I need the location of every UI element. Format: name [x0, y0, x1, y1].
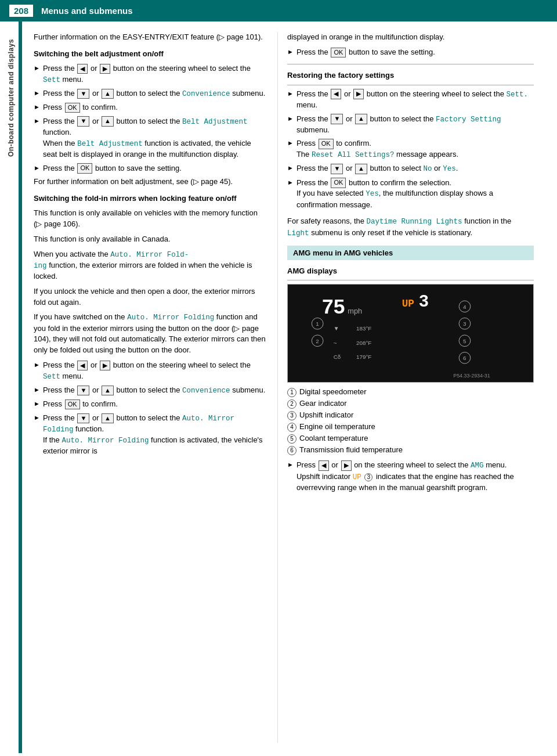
left-column: Further information on the EASY-ENTRY/EX… — [22, 32, 277, 743]
arrow-icon: ► — [287, 114, 294, 136]
svg-text:3: 3 — [419, 291, 428, 310]
page-number: 208 — [9, 5, 33, 17]
section2-body2: This function is only available in Canad… — [34, 234, 267, 245]
bullet-text: Press ◀ or ▶ on the steering wheel to se… — [296, 460, 534, 493]
down-btn: ▼ — [77, 89, 89, 99]
bullet-text: Press the OK button to confirm the selec… — [296, 178, 534, 211]
right-column: displayed in orange in the multifunction… — [277, 32, 544, 743]
caption-item: 2 Gear indicator — [287, 399, 534, 409]
left-btn: ◀ — [77, 361, 88, 370]
bullet-text: Press the ▼ or ▲ button to select the Co… — [43, 385, 267, 396]
up-btn: ▲ — [102, 116, 114, 126]
arrow-icon: ► — [287, 460, 294, 493]
list-item: ► Press OK to confirm. — [34, 102, 267, 113]
svg-text:179°F: 179°F — [356, 354, 371, 361]
arrow-icon: ► — [287, 164, 294, 174]
section3-title: Restoring the factory settings — [287, 70, 534, 81]
up-btn: ▲ — [355, 164, 367, 174]
bullet-text: Press the ▼ or ▲ button to select the Au… — [43, 413, 267, 457]
section2-body1: This function is only available on vehic… — [34, 208, 267, 230]
list-item: ► Press the ▼ or ▲ button to select the … — [34, 88, 267, 99]
bullet-text: Press the OK button to save the setting. — [43, 163, 267, 174]
svg-text:183°F: 183°F — [356, 326, 371, 332]
caption-item: 4 Engine oil temperature — [287, 422, 534, 432]
svg-text:1: 1 — [316, 321, 319, 327]
arrow-icon: ► — [287, 139, 294, 160]
right-body1: displayed in orange in the multifunction… — [287, 32, 534, 43]
list-item: ► Press the ◀ or ▶ button on the steerin… — [34, 360, 267, 382]
caption-text: Transmission fluid temperature — [299, 445, 403, 454]
caption-num: 3 — [287, 411, 296, 420]
amg-display-image: 75 mph UP 3 1 4 183°F 208°F 179°F — [287, 284, 534, 383]
arrow-icon: ► — [34, 64, 40, 85]
caption-num: 4 — [287, 423, 296, 432]
amg-display-svg: 75 mph UP 3 1 4 183°F 208°F 179°F — [288, 284, 533, 383]
list-item: ► Press the OK button to save the settin… — [287, 47, 534, 58]
list-item: ► Press the ▼ or ▲ button to select the … — [34, 385, 267, 396]
arrow-icon: ► — [34, 117, 40, 160]
up-btn: ▲ — [355, 114, 367, 124]
arrow-icon: ► — [34, 386, 40, 396]
section-divider2 — [287, 85, 534, 85]
svg-text:75: 75 — [322, 295, 345, 318]
bullet-text: Press the ▼ or ▲ button to select the Co… — [43, 88, 267, 99]
arrow-icon: ► — [34, 89, 40, 99]
caption-num: 1 — [287, 388, 296, 397]
caption-text: Gear indicator — [299, 399, 347, 408]
list-item: ► Press OK to confirm. — [34, 399, 267, 410]
chapter-title: Menus and submenus — [41, 6, 133, 16]
svg-text:▼: ▼ — [334, 326, 339, 332]
caption-text: Upshift indicator — [299, 411, 353, 419]
section2-body5: If you have switched on the Auto. Mirror… — [34, 312, 267, 356]
svg-text:P54.33-2934-31: P54.33-2934-31 — [453, 373, 490, 379]
belt-footer: For further information on belt adjustme… — [34, 177, 267, 188]
list-item: ► Press OK to confirm.The Reset All Sett… — [287, 138, 534, 160]
section-divider — [287, 64, 534, 64]
right-btn: ▶ — [341, 460, 352, 470]
sidebar: On-board computer and displays — [0, 21, 22, 753]
down-btn: ▼ — [77, 116, 89, 126]
caption-item: 5 Coolant temperature — [287, 434, 534, 444]
down-btn: ▼ — [77, 413, 89, 423]
svg-text:4: 4 — [463, 304, 466, 310]
svg-text:3: 3 — [463, 321, 466, 327]
up-btn: ▲ — [102, 413, 114, 423]
ok-btn: OK — [331, 178, 346, 188]
left-btn: ◀ — [77, 64, 88, 74]
section2-title: Switching the fold-in mirrors when locki… — [34, 193, 267, 204]
list-item: ► Press ◀ or ▶ on the steering wheel to … — [287, 460, 534, 493]
caption-num: 6 — [287, 446, 296, 455]
bullet-text: Press the ▼ or ▲ button to select the Fa… — [296, 114, 534, 136]
amg-highlight-box: AMG menu in AMG vehicles — [287, 246, 534, 260]
arrow-icon: ► — [34, 164, 40, 174]
arrow-icon: ► — [287, 48, 294, 58]
svg-text:5: 5 — [463, 338, 466, 344]
list-item: ► Press the OK button to confirm the sel… — [287, 178, 534, 211]
amg-divider — [287, 280, 534, 280]
list-item: ► Press the ▼ or ▲ button to select the … — [34, 413, 267, 457]
right-btn: ▶ — [100, 64, 110, 74]
caption-text: Digital speedometer — [299, 387, 367, 396]
svg-text:2: 2 — [316, 338, 319, 344]
right-btn: ▶ — [353, 89, 364, 99]
left-btn: ◀ — [319, 460, 329, 470]
page-header: 208 Menus and submenus — [0, 0, 557, 21]
safety-note: For safety reasons, the Daytime Running … — [287, 216, 534, 238]
arrow-icon: ► — [34, 413, 40, 457]
bullet-text: Press the ◀ or ▶ button on the steering … — [296, 89, 534, 111]
sidebar-label: On-board computer and displays — [7, 39, 15, 157]
ok-btn: OK — [65, 103, 80, 113]
caption-item: 1 Digital speedometer — [287, 387, 534, 397]
up-btn: ▲ — [102, 89, 114, 99]
ok-btn: OK — [319, 139, 334, 149]
down-btn: ▼ — [77, 386, 89, 395]
ok-btn: OK — [331, 48, 346, 57]
ok-btn: OK — [65, 399, 80, 409]
down-btn: ▼ — [331, 114, 343, 124]
list-item: ► Press the ▼ or ▲ button to select the … — [34, 116, 267, 160]
bullet-text: Press the OK button to save the setting. — [296, 47, 534, 58]
section2-body4: If you unlock the vehicle and then open … — [34, 286, 267, 308]
bullet-text: Press the ◀ or ▶ button on the steering … — [43, 360, 267, 382]
arrow-icon: ► — [34, 361, 40, 382]
amg-subtitle: AMG displays — [287, 266, 534, 277]
